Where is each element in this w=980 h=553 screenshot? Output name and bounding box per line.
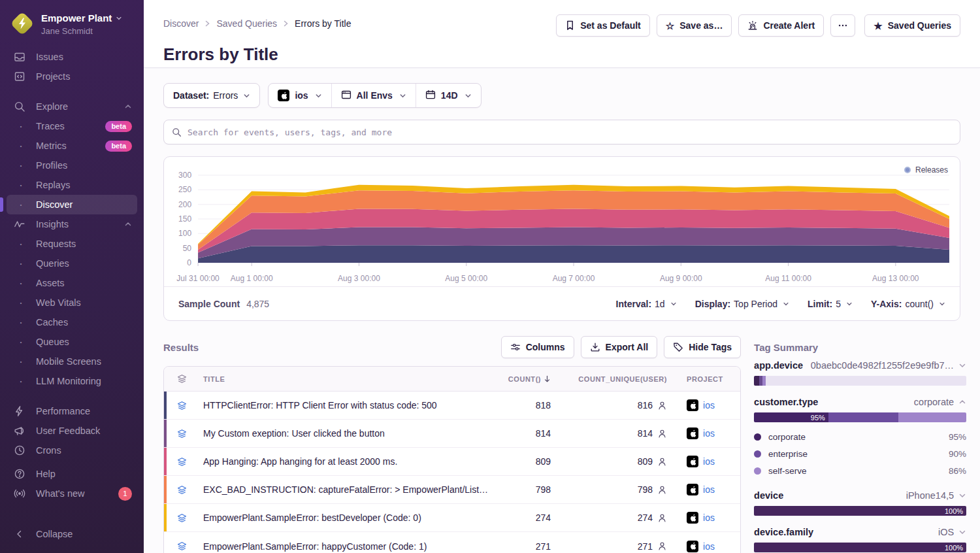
error-title[interactable]: EXC_BAD_INSTRUCTION: captureFatalError: …	[198, 484, 493, 495]
sidebar-item-projects[interactable]: Projects	[7, 67, 137, 86]
table-row[interactable]: App Hanging: App hanging for at least 20…	[164, 448, 740, 476]
svg-text:Aug 1 00:00: Aug 1 00:00	[231, 274, 273, 283]
chart-legend[interactable]: Releases	[904, 165, 948, 175]
stack-icon[interactable]	[177, 374, 187, 384]
sidebar-item-explore[interactable]: Explore	[7, 97, 137, 116]
breadcrumb-saved-queries[interactable]: Saved Queries	[216, 18, 277, 29]
search-icon	[172, 127, 182, 137]
stack-icon[interactable]	[177, 485, 187, 495]
sidebar-item-metrics[interactable]: ·Metricsbeta	[7, 136, 137, 156]
sidebar-item-llm-monitoring[interactable]: ·LLM Monitoring	[7, 371, 137, 391]
sidebar-item-mobile-screens[interactable]: ·Mobile Screens	[7, 352, 137, 371]
sidebar-item-profiles[interactable]: ·Profiles	[7, 156, 137, 175]
col-header-count-unique[interactable]: COUNT_UNIQUE(USER)	[556, 375, 672, 383]
col-header-title[interactable]: TITLE	[198, 375, 493, 383]
error-title[interactable]: My Custom exeption: User clicked the but…	[198, 428, 493, 439]
saved-queries-button[interactable]: ★ Saved Queries	[864, 14, 960, 37]
error-title[interactable]: EmpowerPlant.SampleError: happyCustomer …	[198, 541, 493, 552]
count-unique-value: 798	[638, 484, 653, 495]
sidebar-item-insights[interactable]: Insights	[7, 214, 137, 234]
interval-selector[interactable]: Interval: 1d	[616, 299, 677, 309]
search-input[interactable]	[188, 127, 952, 137]
sidebar: Empower Plant Jane Schmidt IssuesProject…	[0, 0, 144, 553]
table-row[interactable]: HTTPClientError: HTTP Client Error with …	[164, 392, 740, 420]
stack-icon[interactable]	[177, 429, 187, 439]
project-cell: ios	[672, 541, 740, 552]
tag-distribution-bar[interactable]: 100%	[754, 506, 966, 516]
sidebar-item-requests[interactable]: ·Requests	[7, 234, 137, 254]
project-link[interactable]: ios	[703, 541, 715, 552]
table-row[interactable]: EmpowerPlant.SampleError: bestDeveloper …	[164, 504, 740, 532]
table-row[interactable]: EmpowerPlant.SampleError: happyCustomer …	[164, 532, 740, 553]
environment-selector[interactable]: All Envs	[331, 84, 416, 107]
sidebar-item-discover[interactable]: ·Discover	[7, 195, 137, 214]
date-range-selector[interactable]: 14D	[416, 84, 481, 107]
tag-distribution-bar[interactable]	[754, 376, 966, 386]
table-row[interactable]: EXC_BAD_INSTRUCTION: captureFatalError: …	[164, 476, 740, 504]
hide-tags-button[interactable]: Hide Tags	[664, 336, 741, 358]
stack-icon[interactable]	[177, 401, 187, 411]
org-switcher[interactable]: Empower Plant Jane Schmidt	[0, 9, 144, 47]
sidebar-item-issues[interactable]: Issues	[7, 47, 137, 67]
project-link[interactable]: ios	[703, 400, 715, 411]
yaxis-selector[interactable]: Y-Axis: count()	[871, 299, 945, 309]
dataset-selector[interactable]: Dataset: Errors	[163, 83, 260, 108]
sidebar-item-user-feedback[interactable]: User Feedback	[7, 421, 137, 441]
error-title[interactable]: EmpowerPlant.SampleError: bestDeveloper …	[198, 512, 493, 523]
sidebar-item-queues[interactable]: ·Queues	[7, 332, 137, 352]
error-title[interactable]: HTTPClientError: HTTP Client Error with …	[198, 400, 493, 411]
chevron-down-icon	[243, 92, 250, 99]
breadcrumb-discover[interactable]: Discover	[163, 18, 199, 29]
save-as-button[interactable]: ☆ Save as…	[657, 14, 732, 37]
tag-header[interactable]: customer.typecorporate	[754, 397, 966, 407]
sidebar-item-queries[interactable]: ·Queries	[7, 254, 137, 273]
columns-button[interactable]: Columns	[501, 336, 574, 358]
set-as-default-button[interactable]: Set as Default	[556, 14, 650, 37]
tag-legend-row[interactable]: enterprise90%	[754, 445, 966, 462]
sidebar-item-traces[interactable]: ·Tracesbeta	[7, 116, 137, 136]
sidebar-item-label: Explore	[36, 101, 68, 112]
tag-legend-row[interactable]: self-serve86%	[754, 462, 966, 479]
sidebar-item-label: Assets	[36, 278, 65, 288]
project-link[interactable]: ios	[703, 512, 715, 523]
tag-distribution-bar[interactable]: 100%	[754, 543, 966, 552]
sidebar-collapse-button[interactable]: Collapse	[7, 524, 137, 544]
error-title[interactable]: App Hanging: App hanging for at least 20…	[198, 456, 493, 467]
col-header-project[interactable]: PROJECT	[672, 375, 740, 383]
tag-distribution-bar[interactable]: 95%	[754, 412, 966, 422]
tag-legend-row[interactable]: corporate95%	[754, 428, 966, 445]
sidebar-item-label: Caches	[36, 317, 68, 327]
sidebar-item-label: Insights	[36, 219, 69, 229]
stack-icon[interactable]	[177, 513, 187, 523]
export-all-button[interactable]: Export All	[581, 336, 658, 358]
sidebar-item-assets[interactable]: ·Assets	[7, 273, 137, 293]
create-alert-button[interactable]: Create Alert	[738, 14, 824, 37]
overflow-menu-button[interactable]	[830, 14, 855, 37]
collapse-label: Collapse	[36, 529, 73, 539]
project-link[interactable]: ios	[703, 456, 715, 467]
sidebar-item-help[interactable]: Help	[7, 464, 137, 484]
user-icon	[657, 485, 667, 495]
tag-header[interactable]: device.familyiOS	[754, 527, 966, 537]
limit-selector[interactable]: Limit: 5	[808, 299, 853, 309]
tag-header[interactable]: app.device0baebc0de4982f1255f2e9e9fb7…	[754, 360, 966, 371]
project-link[interactable]: ios	[703, 428, 715, 439]
table-row[interactable]: My Custom exeption: User clicked the but…	[164, 420, 740, 448]
project-selector[interactable]: ios	[269, 84, 331, 107]
sidebar-item-caches[interactable]: ·Caches	[7, 312, 137, 332]
calendar-icon	[425, 90, 436, 102]
sidebar-item-performance[interactable]: Performance	[7, 401, 137, 421]
project-link[interactable]: ios	[703, 484, 715, 495]
sidebar-item-web-vitals[interactable]: ·Web Vitals	[7, 293, 137, 312]
svg-text:Aug 7 00:00: Aug 7 00:00	[553, 274, 595, 283]
sidebar-item-what-s-new[interactable]: What's new1	[7, 484, 137, 503]
col-header-count[interactable]: COUNT()	[493, 375, 556, 383]
sidebar-item-crons[interactable]: Crons	[7, 441, 137, 460]
insights-icon	[12, 218, 27, 230]
stacked-area-chart[interactable]: 050100150200250300Jul 31 00:00Aug 1 00:0…	[164, 157, 960, 286]
stack-icon[interactable]	[177, 457, 187, 467]
sidebar-item-replays[interactable]: ·Replays	[7, 175, 137, 195]
stack-icon[interactable]	[177, 541, 187, 551]
display-selector[interactable]: Display: Top Period	[695, 299, 789, 309]
tag-header[interactable]: deviceiPhone14,5	[754, 490, 966, 501]
